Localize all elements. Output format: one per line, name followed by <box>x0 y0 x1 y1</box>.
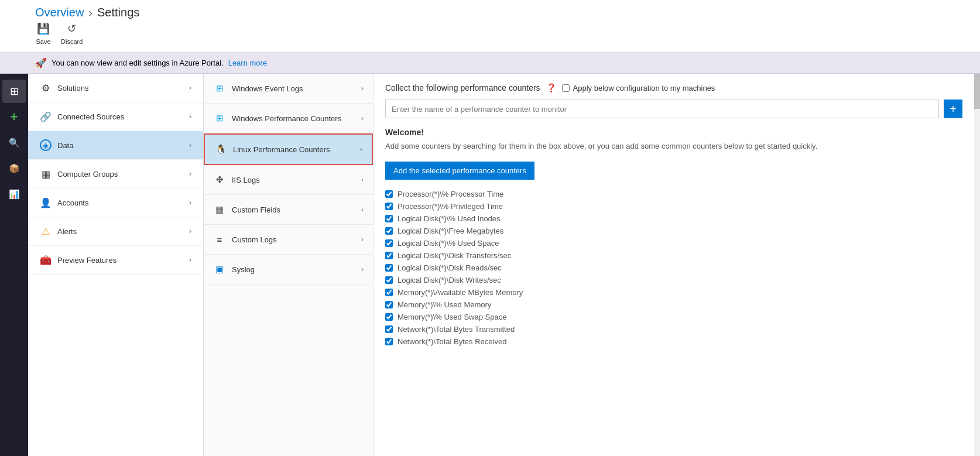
add-selected-counters-button[interactable]: Add the selected performance counters <box>385 162 534 180</box>
middle-item-windows-perf-counters[interactable]: ⊞ Windows Performance Counters › <box>204 104 373 133</box>
sidebar-label-alerts: Alerts <box>57 227 77 236</box>
connected-sources-icon: 🔗 <box>40 111 52 122</box>
scroll-thumb[interactable] <box>974 74 980 109</box>
welcome-title: Welcome! <box>385 128 962 137</box>
save-label: Save <box>36 38 50 45</box>
perf-counter-input[interactable] <box>385 100 939 118</box>
counter-item: Memory(*)\% Used Swap Space <box>385 311 962 323</box>
preview-features-chevron: › <box>189 256 191 264</box>
counter-label: Network(*)\Total Bytes Received <box>398 337 506 346</box>
nav-chart-button[interactable]: 📊 <box>2 183 26 206</box>
solutions-icon: ⚙ <box>40 82 52 94</box>
breadcrumb-separator: › <box>88 6 92 19</box>
counter-checkbox[interactable] <box>385 301 393 308</box>
sidebar-label-preview-features: Preview Features <box>57 256 116 265</box>
middle-label-syslog: Syslog <box>232 265 255 274</box>
iis-logs-icon: ✤ <box>213 173 226 186</box>
counter-item: Logical Disk(*)\% Used Space <box>385 237 962 249</box>
middle-label-linux-perf-counters: Linux Performance Counters <box>233 145 330 154</box>
left-sidebar: ⚙ Solutions › 🔗 Connected Sources › ◈ Da… <box>28 74 204 456</box>
rocket-icon: 🚀 <box>35 57 47 68</box>
middle-item-custom-logs[interactable]: ≡ Custom Logs › <box>204 225 373 255</box>
sidebar-item-alerts[interactable]: ⚠ Alerts › <box>28 217 203 246</box>
counter-checkbox[interactable] <box>385 239 393 247</box>
middle-panel: ⊞ Windows Event Logs › ⊞ Windows Perform… <box>204 74 374 456</box>
sidebar-item-accounts[interactable]: 👤 Accounts › <box>28 188 203 217</box>
vertical-scrollbar[interactable] <box>974 74 980 456</box>
counter-checkbox[interactable] <box>385 203 393 210</box>
right-content: Collect the following performance counte… <box>374 74 974 456</box>
middle-item-custom-fields[interactable]: ▦ Custom Fields › <box>204 195 373 225</box>
save-button[interactable]: 💾 Save <box>35 20 52 45</box>
alerts-chevron: › <box>189 227 191 235</box>
sidebar-label-connected-sources: Connected Sources <box>57 112 124 121</box>
counter-checkbox[interactable] <box>385 289 393 296</box>
middle-item-linux-perf-counters[interactable]: 🐧 Linux Performance Counters › <box>204 133 373 165</box>
linux-perf-icon: 🐧 <box>214 143 227 156</box>
counter-checkbox[interactable] <box>385 264 393 272</box>
counter-label: Logical Disk(*)\Disk Reads/sec <box>398 263 502 272</box>
windows-event-logs-chevron: › <box>361 84 364 92</box>
counter-checkbox[interactable] <box>385 227 393 235</box>
counter-checkbox[interactable] <box>385 338 393 345</box>
syslog-chevron: › <box>361 265 364 273</box>
counter-item: Processor(*)\% Privileged Time <box>385 200 962 212</box>
accounts-chevron: › <box>189 198 191 207</box>
syslog-icon: ▣ <box>213 263 226 276</box>
preview-features-icon: 🧰 <box>40 254 52 266</box>
solutions-chevron: › <box>189 84 191 92</box>
sidebar-item-connected-sources[interactable]: 🔗 Connected Sources › <box>28 102 203 131</box>
counter-checkbox[interactable] <box>385 252 393 259</box>
nav-search-button[interactable]: 🔍 <box>2 131 26 155</box>
middle-item-syslog[interactable]: ▣ Syslog › <box>204 255 373 284</box>
toolbar: 💾 Save ↺ Discard <box>35 20 83 47</box>
counter-label: Network(*)\Total Bytes Transmitted <box>398 325 515 334</box>
nav-add-button[interactable]: + <box>2 105 26 129</box>
sidebar-item-solutions[interactable]: ⚙ Solutions › <box>28 74 203 102</box>
collect-title: Collect the following performance counte… <box>385 83 540 92</box>
counter-item: Memory(*)\Available MBytes Memory <box>385 286 962 299</box>
middle-item-windows-event-logs[interactable]: ⊞ Windows Event Logs › <box>204 74 373 104</box>
middle-item-iis-logs[interactable]: ✤ IIS Logs › <box>204 165 373 195</box>
sidebar-item-data[interactable]: ◈ Data › <box>28 131 203 160</box>
counter-item: Logical Disk(*)\Disk Writes/sec <box>385 274 962 286</box>
counter-label: Logical Disk(*)\Disk Transfers/sec <box>398 251 511 260</box>
discard-button[interactable]: ↺ Discard <box>61 20 83 45</box>
sidebar-item-computer-groups[interactable]: ▦ Computer Groups › <box>28 160 203 188</box>
notification-bar: 🚀 You can now view and edit settings in … <box>0 53 980 74</box>
linux-perf-chevron: › <box>360 145 362 153</box>
counter-item: Logical Disk(*)\Disk Reads/sec <box>385 262 962 274</box>
breadcrumb-overview[interactable]: Overview <box>35 6 84 19</box>
counter-item: Processor(*)\% Processor Time <box>385 188 962 200</box>
counter-item: Network(*)\Total Bytes Transmitted <box>385 323 962 335</box>
nav-home-button[interactable]: ⊞ <box>2 80 26 103</box>
sidebar-label-data: Data <box>57 141 73 150</box>
add-counter-button[interactable]: + <box>944 100 962 118</box>
help-icon[interactable]: ❓ <box>546 83 556 92</box>
sidebar-label-solutions: Solutions <box>57 84 88 92</box>
iis-logs-chevron: › <box>361 176 364 184</box>
learn-more-link[interactable]: Learn more <box>228 59 267 67</box>
apply-checkbox[interactable] <box>562 84 570 92</box>
windows-event-logs-icon: ⊞ <box>213 82 226 95</box>
data-icon: ◈ <box>40 139 52 151</box>
middle-label-windows-event-logs: Windows Event Logs <box>232 84 303 93</box>
counter-label: Logical Disk(*)\% Used Space <box>398 239 499 248</box>
counter-checkbox[interactable] <box>385 313 393 321</box>
discard-icon: ↺ <box>64 20 80 37</box>
middle-label-custom-fields: Custom Fields <box>232 205 280 214</box>
nav-package-button[interactable]: 📦 <box>2 157 26 180</box>
counter-checkbox[interactable] <box>385 276 393 284</box>
counter-checkbox[interactable] <box>385 325 393 333</box>
counter-label: Memory(*)\% Used Swap Space <box>398 313 506 321</box>
middle-label-custom-logs: Custom Logs <box>232 235 277 244</box>
counter-label: Logical Disk(*)\% Used Inodes <box>398 214 501 223</box>
counter-checkbox[interactable] <box>385 215 393 222</box>
discard-label: Discard <box>61 38 83 45</box>
accounts-icon: 👤 <box>40 197 52 208</box>
sidebar-item-preview-features[interactable]: 🧰 Preview Features › <box>28 246 203 275</box>
custom-fields-chevron: › <box>361 205 364 214</box>
counter-checkbox[interactable] <box>385 190 393 198</box>
counter-item: Logical Disk(*)\Disk Transfers/sec <box>385 249 962 262</box>
connected-sources-chevron: › <box>189 112 191 121</box>
